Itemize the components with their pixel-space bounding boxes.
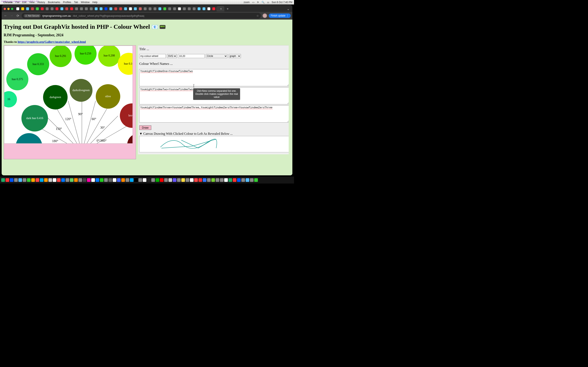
control-center-icon[interactable]: ⚏ (267, 1, 269, 4)
macos-dock[interactable] (0, 176, 294, 184)
dock-app-icon[interactable] (181, 178, 185, 182)
battery-icon[interactable]: ▭ (252, 1, 254, 4)
tab[interactable] (79, 6, 84, 11)
dock-app-icon[interactable] (35, 178, 39, 182)
dock-app-icon[interactable] (250, 178, 254, 182)
tab-overflow-icon[interactable]: ⌄ (285, 7, 291, 11)
dock-app-icon[interactable] (23, 178, 26, 182)
dock-app-icon[interactable] (228, 178, 232, 182)
dock-app-icon[interactable] (14, 178, 18, 182)
tab[interactable] (197, 6, 201, 11)
reload-button[interactable]: ⟳ (16, 13, 20, 18)
menu-bookmarks[interactable]: Bookmarks (48, 1, 60, 4)
dock-app-icon[interactable] (10, 178, 13, 182)
tab[interactable] (45, 6, 50, 11)
graph-node[interactable]: darkgreen (43, 85, 68, 109)
dock-app-icon[interactable] (164, 178, 168, 182)
tab[interactable] (35, 6, 40, 11)
type-select[interactable]: graph (229, 54, 241, 58)
dock-app-icon[interactable] (134, 178, 138, 182)
canvas-section-label[interactable]: ▼ Canvas Drawing With Clicked Colour to … (139, 132, 289, 136)
dock-app-icon[interactable] (233, 178, 236, 182)
dock-app-icon[interactable] (199, 178, 202, 182)
not-secure-badge[interactable]: ⚠ Not Secure (24, 14, 41, 17)
dock-app-icon[interactable] (61, 178, 65, 182)
tab[interactable] (177, 6, 182, 11)
tab[interactable] (148, 6, 153, 11)
dock-app-icon[interactable] (117, 178, 121, 182)
tab[interactable] (25, 6, 30, 11)
tab[interactable] (128, 6, 133, 11)
dock-app-icon[interactable] (44, 178, 48, 182)
tab[interactable] (207, 6, 211, 11)
graph-node[interactable]: hue 0.375 (6, 68, 28, 90)
tab[interactable] (89, 6, 94, 11)
dock-app-icon[interactable] (151, 178, 155, 182)
tab[interactable] (94, 6, 99, 11)
dock-app-icon[interactable] (18, 178, 22, 182)
draw-button[interactable]: Draw (139, 125, 151, 130)
dock-app-icon[interactable] (104, 178, 108, 182)
names-textarea-1[interactable]: YoumightfindmeOne=YounowfindmeTwo (139, 69, 289, 86)
graph-node[interactable]: hue 0.250 (75, 46, 96, 65)
size-input[interactable] (178, 54, 205, 58)
finish-update-button[interactable]: Finish update ⋮ (269, 13, 291, 18)
dock-app-icon[interactable] (168, 178, 172, 182)
graph-node[interactable]: olive (96, 84, 120, 109)
dock-app-icon[interactable] (160, 178, 164, 182)
tab[interactable] (15, 6, 20, 11)
dock-app-icon[interactable] (31, 178, 35, 182)
dock-app-icon[interactable] (224, 178, 228, 182)
tab[interactable] (30, 6, 35, 11)
tab[interactable] (187, 6, 192, 11)
dock-app-icon[interactable] (74, 178, 78, 182)
tab[interactable] (74, 6, 79, 11)
graph-node[interactable]: brown (120, 103, 133, 128)
tab-active[interactable]: ✕ (217, 6, 224, 11)
tab[interactable] (143, 6, 148, 11)
forward-button[interactable]: → (9, 13, 14, 18)
dock-app-icon[interactable] (126, 178, 129, 182)
graph-node[interactable]: hue 0.291 (50, 46, 72, 67)
menu-tab[interactable]: Tab (74, 1, 78, 4)
dock-app-icon[interactable] (27, 178, 31, 182)
tab[interactable] (60, 6, 64, 11)
dock-app-icon[interactable] (6, 178, 9, 182)
tab[interactable] (172, 6, 177, 11)
tab[interactable] (54, 6, 60, 11)
minimize-window-icon[interactable] (7, 8, 9, 10)
graph-node[interactable]: darkolivegreen (70, 79, 93, 102)
shape-select[interactable]: Circle (206, 54, 227, 58)
tab[interactable] (40, 6, 45, 11)
new-tab-button[interactable]: ＋ (226, 7, 229, 11)
format-select[interactable]: SVG (167, 54, 177, 58)
tab[interactable] (162, 6, 167, 11)
tab[interactable] (108, 6, 113, 11)
tab[interactable] (192, 6, 197, 11)
dock-app-icon[interactable] (194, 178, 198, 182)
dock-app-icon[interactable] (190, 178, 194, 182)
bookmark-star-icon[interactable]: ☆ (256, 14, 259, 17)
dock-app-icon[interactable] (40, 178, 43, 182)
tab[interactable] (20, 6, 25, 11)
tab[interactable] (201, 6, 207, 11)
address-bar[interactable]: ⚠ Not Secure rjmprogramming.com.au/dot_c… (22, 13, 261, 18)
dock-app-icon[interactable] (173, 178, 176, 182)
dock-app-icon[interactable] (156, 178, 159, 182)
tab[interactable] (167, 6, 172, 11)
menu-profiles[interactable]: Profiles (63, 1, 71, 4)
menu-window[interactable]: Window (81, 1, 90, 4)
tab[interactable] (64, 6, 69, 11)
dock-app-icon[interactable] (203, 178, 207, 182)
dock-app-icon[interactable] (138, 178, 142, 182)
tab[interactable] (84, 6, 89, 11)
dock-app-icon[interactable] (216, 178, 219, 182)
profile-avatar[interactable] (263, 13, 267, 18)
tab[interactable] (118, 6, 123, 11)
names-textarea-3[interactable]: YoumightfindmeThree=YounowfindmeThree,Yo… (139, 105, 289, 123)
graph-node[interactable]: darkcyan (16, 133, 42, 143)
dock-app-icon[interactable] (53, 178, 56, 182)
dock-app-icon[interactable] (220, 178, 224, 182)
dock-app-icon[interactable] (177, 178, 181, 182)
thanks-link[interactable]: https://graphviz.org/Gallery/neato/color… (17, 40, 86, 43)
